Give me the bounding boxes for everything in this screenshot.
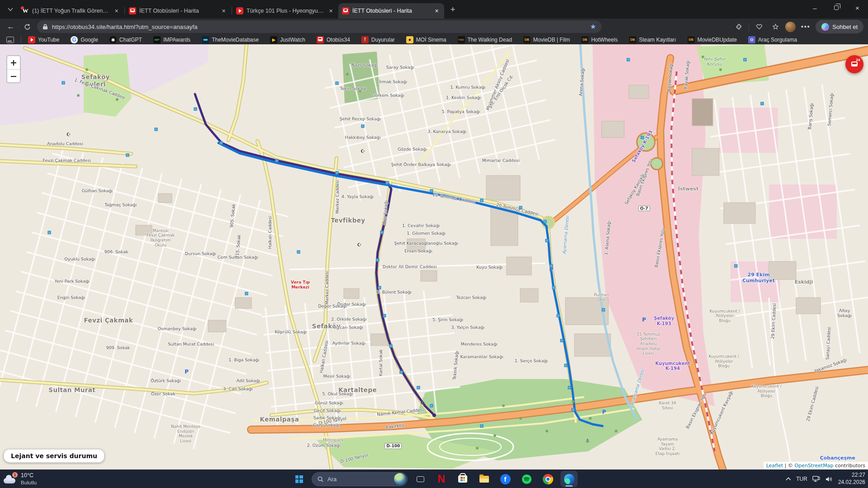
bookmark-star-icon[interactable]: ★ bbox=[590, 23, 596, 31]
store-icon bbox=[458, 475, 467, 483]
zoom-in-button[interactable]: + bbox=[7, 56, 20, 69]
poi-icon: ☪ bbox=[421, 400, 425, 406]
back-button[interactable]: ← bbox=[5, 20, 17, 33]
browser-tab-4-active[interactable]: İETT Otobüsleri - Harita × bbox=[338, 3, 444, 19]
tab-title: İETT Otobüsleri - Harita bbox=[139, 8, 217, 14]
bookmark-item[interactable]: ▶JustWatch bbox=[270, 36, 305, 43]
tree-icon bbox=[702, 56, 704, 58]
tree-icon bbox=[545, 430, 548, 432]
hidden-icons-button[interactable] bbox=[786, 477, 791, 481]
language-indicator[interactable]: TUR bbox=[796, 476, 807, 482]
browser-tab-1[interactable]: W (1) İETT Yoğun Trafik Gören Hatlar × bbox=[18, 3, 124, 19]
bus-stop-marker bbox=[399, 370, 403, 374]
start-button[interactable] bbox=[290, 471, 308, 487]
facebook-icon: f bbox=[500, 474, 511, 484]
tree-icon bbox=[77, 94, 80, 97]
extensions-button[interactable] bbox=[732, 20, 745, 33]
bus-stop-marker bbox=[552, 286, 555, 289]
tree-icon bbox=[85, 68, 88, 71]
browser-tab-bar: W (1) İETT Yoğun Trafik Gören Hatlar × İ… bbox=[0, 0, 868, 19]
cloud-icon: 1 bbox=[4, 474, 17, 484]
tab-title: İETT Otobüsleri - Harita bbox=[352, 8, 430, 14]
bing-daily-image[interactable] bbox=[394, 473, 406, 485]
spotify-app-button[interactable] bbox=[518, 471, 535, 487]
weather-temp: 10°C bbox=[21, 472, 37, 479]
settings-menu-button[interactable]: ••• bbox=[799, 20, 812, 33]
bus-stop-marker bbox=[480, 425, 484, 428]
close-button[interactable]: × bbox=[847, 0, 868, 15]
route-fab-button[interactable]: 24 bbox=[845, 55, 863, 73]
bookmark-item[interactable]: OAraç Sorgulama bbox=[748, 36, 797, 43]
windows-logo-icon bbox=[295, 475, 303, 483]
leaflet-map[interactable]: Sefaköy EvleriFevzi ÇakmakTevfikbeySefak… bbox=[0, 44, 868, 469]
bookmark-item[interactable]: TheMovieDatabase bbox=[202, 36, 259, 43]
google-icon: G bbox=[71, 36, 78, 43]
refresh-button[interactable] bbox=[21, 20, 33, 33]
osm-link[interactable]: OpenStreetMap bbox=[795, 463, 834, 469]
url-text[interactable]: https://otobus34.site/harita.html?utm_so… bbox=[52, 24, 586, 30]
bookmark-item[interactable]: TWDThe Walking Dead bbox=[458, 36, 512, 43]
file-explorer-button[interactable] bbox=[475, 471, 493, 487]
bookmark-item[interactable]: !Duyurular bbox=[361, 36, 395, 43]
bus-stop-marker bbox=[760, 102, 764, 105]
bus-stop-marker bbox=[335, 81, 338, 85]
address-bar[interactable]: https://otobus34.site/harita.html?utm_so… bbox=[37, 20, 602, 33]
taskbar-clock[interactable]: 22:27 24.02.2026 bbox=[838, 472, 865, 486]
copilot-label: Sohbet et bbox=[832, 24, 858, 30]
bookmark-item[interactable]: DBMovieDBUpdate bbox=[688, 36, 737, 43]
facebook-app-button[interactable]: f bbox=[497, 471, 514, 487]
tab-close-button[interactable]: × bbox=[327, 7, 335, 15]
volume-icon[interactable] bbox=[825, 476, 833, 483]
tab-search-button[interactable] bbox=[3, 3, 18, 16]
otobus34-favicon bbox=[342, 7, 349, 14]
favorites-button[interactable] bbox=[769, 20, 782, 33]
window-controls: – × bbox=[804, 0, 868, 15]
zoom-out-button[interactable]: − bbox=[7, 69, 20, 82]
chevron-up-icon bbox=[786, 477, 791, 481]
bookmark-item[interactable]: DBHotWheels bbox=[581, 36, 618, 43]
network-icon[interactable] bbox=[812, 476, 821, 483]
bookmark-item[interactable]: GGoogle bbox=[71, 36, 98, 43]
sidebar-apps-icon[interactable] bbox=[6, 37, 14, 43]
tab-close-button[interactable]: × bbox=[113, 7, 120, 15]
tree-icon bbox=[493, 434, 496, 437]
tab-close-button[interactable]: × bbox=[220, 7, 228, 15]
bookmark-item[interactable]: ∗ChatGPT bbox=[109, 36, 142, 43]
bookmarks-bar: YouTubeGGoogle∗ChatGPTIMPIMPAwardsTheMov… bbox=[0, 35, 868, 44]
bookmark-label: MovieDB | Film bbox=[533, 37, 570, 43]
bookmark-item[interactable]: ●MOİ Sinema bbox=[406, 36, 446, 43]
bookmark-item[interactable]: YouTube bbox=[28, 36, 59, 43]
browser-tab-3[interactable]: Türkçe 101 Plus - Hyeongyu Oh & × bbox=[232, 3, 338, 19]
leaflet-link[interactable]: Leaflet bbox=[766, 463, 783, 469]
bookmark-item[interactable]: Otobüs34 bbox=[317, 36, 350, 43]
basemap-tiles bbox=[0, 44, 868, 469]
microsoft-store-button[interactable] bbox=[454, 471, 471, 487]
copilot-button[interactable]: Sohbet et bbox=[816, 20, 863, 33]
weather-widget[interactable]: 1 10°C Bulutlu bbox=[4, 472, 37, 486]
edge-app-button-active[interactable] bbox=[560, 471, 578, 487]
bus-stop-marker bbox=[383, 314, 386, 317]
bookmark-item[interactable]: DBMovieDB | Film bbox=[523, 36, 570, 43]
windows-taskbar: 1 10°C Bulutlu Ara N f bbox=[0, 469, 868, 488]
restore-button[interactable] bbox=[825, 0, 847, 15]
netflix-app-button[interactable]: N bbox=[433, 471, 450, 487]
tab-divider bbox=[124, 7, 125, 14]
bookmark-item[interactable]: DBSteam Kayıtları bbox=[629, 36, 676, 43]
task-view-button[interactable] bbox=[412, 471, 429, 487]
wikipedia-favicon: W bbox=[22, 7, 29, 14]
taskbar-search[interactable]: Ara bbox=[312, 472, 408, 486]
browser-essentials-button[interactable] bbox=[753, 20, 765, 33]
bus-stop-marker bbox=[194, 107, 197, 110]
tab-close-button[interactable]: × bbox=[433, 7, 441, 15]
tray-time: 22:27 bbox=[838, 472, 865, 479]
bookmark-item[interactable]: IMPIMPAwards bbox=[153, 36, 190, 43]
tree-icon bbox=[719, 68, 722, 71]
legend-button[interactable]: Lejant ve servis durumu bbox=[4, 449, 104, 463]
new-tab-button[interactable]: + bbox=[446, 3, 460, 16]
minimize-button[interactable]: – bbox=[804, 0, 825, 15]
bookmark-label: YouTube bbox=[38, 37, 59, 43]
justwatch-icon: ▶ bbox=[270, 36, 277, 43]
profile-avatar[interactable] bbox=[785, 22, 796, 32]
chrome-app-button[interactable] bbox=[539, 471, 556, 487]
browser-tab-2[interactable]: İETT Otobüsleri - Harita × bbox=[125, 3, 231, 19]
